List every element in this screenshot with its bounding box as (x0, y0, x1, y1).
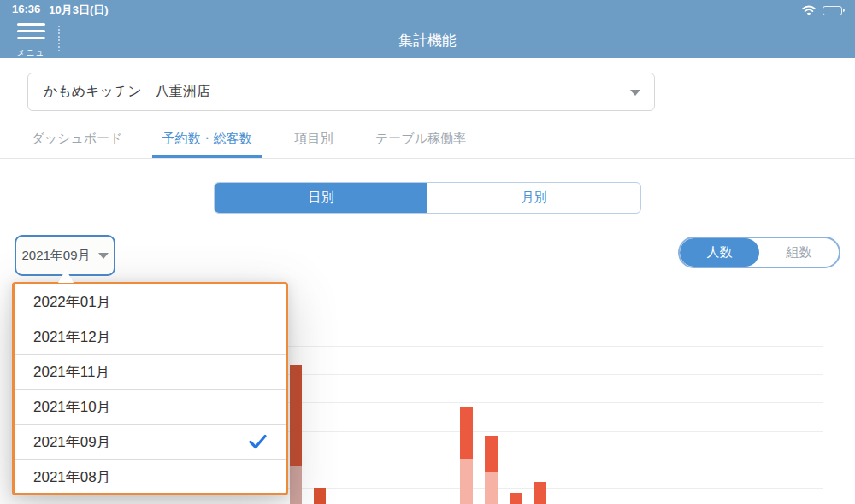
month-option-4[interactable]: 2021年09月 (15, 425, 286, 460)
app-screen: 16:36 10月3日(日) (0, 0, 855, 504)
battery-icon (823, 6, 845, 15)
page-title: 集計機能 (0, 31, 855, 50)
month-option-0[interactable]: 2022年01月 (15, 284, 286, 319)
tab-bar: ダッシュボード予約数・総客数項目別テーブル稼働率 (17, 120, 491, 158)
month-dropdown-value: 2021年09月 (21, 248, 90, 264)
menu-button-label: メニュー (14, 47, 48, 71)
chart-bar-segment (485, 472, 498, 504)
tab-bar-divider (0, 158, 855, 159)
period-toggle-monthly[interactable]: 月別 (428, 183, 640, 213)
month-option-label: 2021年08月 (33, 467, 111, 487)
tab-2[interactable]: 項目別 (277, 120, 351, 158)
month-option-5[interactable]: 2021年08月 (15, 460, 286, 495)
count-toggle: 人数 組数 (678, 237, 840, 268)
status-date: 10月3日(日) (49, 3, 108, 18)
chart-bar-segment (314, 488, 326, 504)
tab-0[interactable]: ダッシュボード (17, 120, 137, 158)
month-option-label: 2021年11月 (33, 362, 109, 382)
month-option-label: 2021年09月 (33, 432, 111, 452)
tab-1[interactable]: 予約数・総客数 (137, 120, 277, 158)
store-selector[interactable]: かもめキッチン 八重洲店 (27, 73, 655, 111)
month-option-label: 2021年10月 (33, 397, 111, 417)
count-toggle-people[interactable]: 人数 (680, 238, 759, 267)
chart-bar-segment (460, 459, 473, 504)
chart-bar-segment (460, 407, 473, 459)
chart-bar-segment (290, 365, 302, 466)
store-selector-value: かもめキッチン 八重洲店 (44, 83, 210, 101)
month-option-2[interactable]: 2021年11月 (15, 355, 286, 390)
month-option-label: 2021年12月 (33, 327, 111, 347)
period-toggle-daily[interactable]: 日別 (215, 183, 428, 213)
chart-bar-segment (290, 466, 302, 504)
app-header: 16:36 10月3日(日) (0, 0, 855, 58)
tab-3[interactable]: テーブル稼働率 (351, 120, 491, 158)
month-option-label: 2022年01月 (33, 292, 111, 312)
chart-bar-segment (485, 436, 498, 472)
month-option-3[interactable]: 2021年10月 (15, 390, 286, 425)
status-time: 16:36 (12, 3, 40, 18)
wifi-icon (801, 5, 817, 16)
chart-bar-segment (510, 493, 522, 504)
chart-bar-segment (534, 482, 546, 504)
period-toggle: 日別 月別 (214, 182, 641, 214)
month-dropdown-list: 2022年01月2021年12月2021年11月2021年10月2021年09月… (12, 282, 288, 495)
status-bar: 16:36 10月3日(日) (0, 0, 855, 19)
chevron-down-icon (98, 253, 109, 259)
month-option-1[interactable]: 2021年12月 (15, 319, 286, 355)
count-toggle-groups[interactable]: 組数 (759, 238, 839, 267)
popover-arrow (58, 269, 74, 283)
chevron-down-icon (630, 90, 640, 96)
checkmark-icon (249, 434, 267, 449)
